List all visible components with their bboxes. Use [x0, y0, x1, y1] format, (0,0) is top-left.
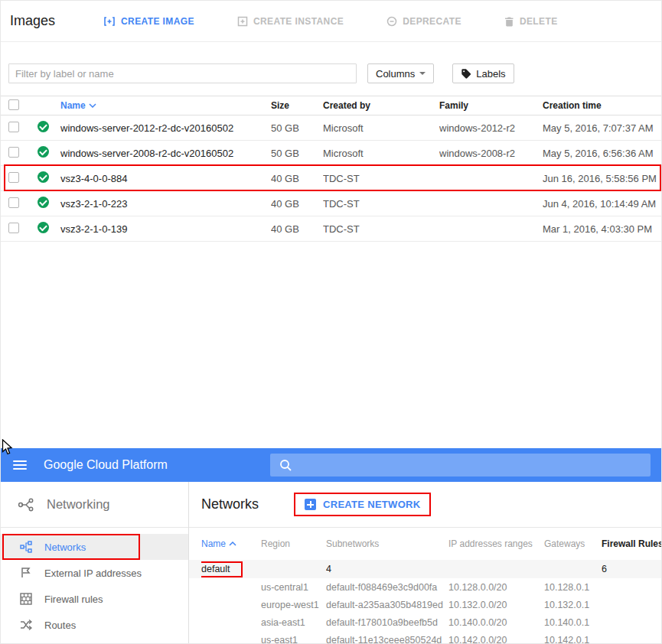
external-ip-icon — [20, 567, 32, 579]
image-size: 40 GB — [271, 198, 323, 210]
create-network-annotation: CREATE NETWORK — [294, 493, 431, 516]
gcp-brand: Google Cloud Platform — [44, 458, 168, 472]
plus-icon — [305, 499, 316, 510]
networks-header: Networks CREATE NETWORK — [189, 482, 662, 528]
image-creation-time: May 5, 2016, 7:07:37 AM — [543, 122, 662, 134]
labels-label: Labels — [476, 68, 505, 80]
sidebar-item-label: Routes — [44, 620, 76, 631]
delete-button[interactable]: DELETE — [504, 16, 558, 27]
sort-desc-icon — [89, 103, 96, 108]
row-checkbox[interactable] — [8, 147, 19, 158]
column-header-region: Region — [261, 538, 326, 549]
filter-row: Columns Labels — [1, 63, 662, 83]
sidebar-item-routes[interactable]: Routes — [1, 612, 188, 638]
create-instance-label: CREATE INSTANCE — [253, 16, 344, 27]
table-row[interactable]: vsz3-2-1-0-223 40 GB TDC-ST Jun 4, 2016,… — [1, 191, 662, 216]
subnet-id: default-11e13ceee850524d — [326, 635, 448, 644]
row-checkbox[interactable] — [8, 197, 19, 208]
subnet-row: europe-west1 default-a235aa305b4819ed 10… — [189, 596, 662, 613]
create-network-button[interactable]: CREATE NETWORK — [305, 499, 420, 510]
image-name-link[interactable]: windows-server-2012-r2-dc-v20160502 — [60, 122, 271, 134]
create-image-label: CREATE IMAGE — [121, 16, 194, 27]
image-creation-time: Jun 4, 2016, 10:14:49 AM — [543, 198, 662, 210]
deprecate-button[interactable]: DEPRECATE — [386, 16, 461, 27]
firewall-icon — [20, 593, 32, 605]
ready-status-icon — [38, 197, 49, 208]
screenshot-root: Images CREATE IMAGE CREATE INSTANCE DEPR… — [0, 0, 662, 644]
sidebar-item-external-ip[interactable]: External IP addresses — [1, 560, 188, 586]
images-table-header: Name Size Created by Family Creation tim… — [1, 96, 662, 115]
subnet-gateway: 10.140.0.1 — [544, 617, 602, 628]
ready-status-icon — [38, 222, 49, 233]
image-name-link[interactable]: vsz3-4-0-0-884 — [60, 173, 271, 184]
image-size: 50 GB — [271, 148, 323, 159]
sidebar-item-label: External IP addresses — [44, 568, 142, 579]
image-size: 50 GB — [271, 122, 323, 134]
columns-button[interactable]: Columns — [367, 63, 434, 83]
image-created-by: Microsoft — [323, 148, 439, 159]
column-header-size: Size — [271, 100, 323, 111]
row-checkbox[interactable] — [8, 223, 19, 233]
deprecate-label: DEPRECATE — [403, 16, 461, 27]
subnet-ip-range: 10.140.0.0/20 — [448, 617, 544, 628]
sidebar-item-networks[interactable]: Networks — [1, 534, 188, 560]
networking-icon — [18, 497, 34, 512]
image-family: windows-2008-r2 — [439, 148, 543, 159]
subnet-region: asia-east1 — [261, 617, 326, 628]
sidebar-item-label: Networks — [44, 542, 86, 553]
images-page: Images CREATE IMAGE CREATE INSTANCE DEPR… — [1, 1, 662, 242]
subnet-row: us-east1 default-11e13ceee850524d 10.142… — [189, 631, 662, 644]
subnet-ip-range: 10.142.0.0/20 — [448, 635, 544, 644]
column-header-name[interactable]: Name — [201, 538, 261, 549]
networks-title: Networks — [201, 496, 259, 512]
sidebar-item-firewall-rules[interactable]: Firewall rules — [1, 586, 188, 612]
image-name-link[interactable]: vsz3-2-1-0-139 — [60, 223, 271, 235]
image-creation-time: May 5, 2016, 6:56:36 AM — [543, 148, 662, 159]
subnet-id: default-f088469e3c9d00fa — [326, 582, 448, 593]
subnet-row: asia-east1 default-f178010a9beefb5d 10.1… — [189, 613, 662, 631]
ready-status-icon — [38, 121, 49, 132]
row-checkbox[interactable] — [8, 172, 19, 183]
subnet-row: us-central1 default-f088469e3c9d00fa 10.… — [189, 578, 662, 596]
create-image-button[interactable]: CREATE IMAGE — [103, 16, 194, 27]
create-image-icon — [103, 16, 116, 27]
create-instance-button[interactable]: CREATE INSTANCE — [237, 16, 344, 27]
page-title: Images — [10, 13, 64, 29]
table-row[interactable]: windows-server-2008-r2-dc-v20160502 50 G… — [1, 141, 662, 166]
search-icon — [279, 459, 292, 472]
sidebar-nav: Networks External IP addresses Firewall … — [1, 528, 188, 638]
create-network-label: CREATE NETWORK — [323, 499, 420, 510]
image-created-by: TDC-ST — [323, 198, 439, 210]
subnet-gateway: 10.142.0.1 — [544, 635, 602, 644]
column-header-name[interactable]: Name — [60, 100, 271, 111]
images-header: Images CREATE IMAGE CREATE INSTANCE DEPR… — [1, 1, 662, 42]
networks-table-header: Name Region Subnetworks IP addresses ran… — [189, 528, 662, 560]
image-size: 40 GB — [271, 173, 323, 184]
image-name-link[interactable]: vsz3-2-1-0-223 — [60, 198, 271, 210]
search-input[interactable] — [270, 454, 651, 476]
image-size: 40 GB — [271, 223, 323, 235]
subnet-id: default-a235aa305b4819ed — [326, 600, 448, 610]
network-name-link[interactable]: default — [201, 561, 243, 577]
subnet-id: default-f178010a9beefb5d — [326, 617, 448, 628]
image-created-by: TDC-ST — [323, 173, 439, 184]
gcp-appbar: Google Cloud Platform — [1, 448, 662, 482]
delete-label: DELETE — [520, 16, 558, 27]
network-row-default[interactable]: default 4 6 — [189, 560, 662, 578]
image-creation-time: Jun 16, 2016, 5:58:56 PM — [543, 173, 662, 184]
table-row[interactable]: vsz3-2-1-0-139 40 GB TDC-ST Mar 1, 2016,… — [1, 216, 662, 242]
create-instance-icon — [237, 16, 248, 27]
filter-input[interactable] — [8, 63, 357, 83]
deprecate-icon — [386, 16, 397, 27]
subnet-gateway: 10.132.0.1 — [544, 600, 602, 610]
subnet-ip-range: 10.128.0.0/20 — [448, 582, 544, 593]
labels-button[interactable]: Labels — [452, 63, 514, 83]
image-name-link[interactable]: windows-server-2008-r2-dc-v20160502 — [60, 148, 271, 159]
table-row[interactable]: windows-server-2012-r2-dc-v20160502 50 G… — [1, 115, 662, 141]
row-checkbox[interactable] — [8, 122, 19, 132]
subnet-ip-range: 10.132.0.0/20 — [448, 600, 544, 610]
select-all-checkbox[interactable] — [8, 99, 19, 110]
networks-main: Networks CREATE NETWORK Name Region S — [189, 482, 662, 644]
table-row-highlighted[interactable]: vsz3-4-0-0-884 40 GB TDC-ST Jun 16, 2016… — [1, 166, 662, 191]
menu-icon[interactable] — [13, 460, 27, 470]
